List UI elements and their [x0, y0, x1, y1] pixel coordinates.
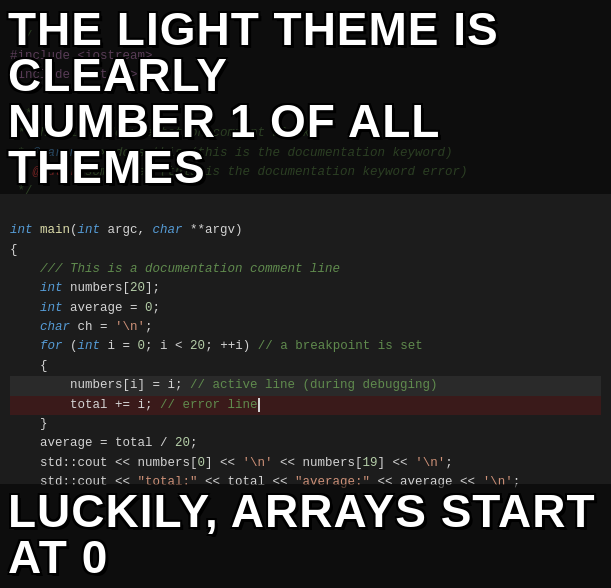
- meme-top-overlay: THE LIGHT THEME IS CLEARLY NUMBER 1 OF A…: [0, 0, 611, 194]
- code-line-active: numbers[i] = i; // active line (during d…: [10, 376, 601, 395]
- code-line-error: total += i; // error line: [10, 396, 601, 415]
- meme-top-text-line1: THE LIGHT THEME IS CLEARLY: [8, 6, 603, 98]
- meme-bottom-overlay: LUCKILY, ARRAYS START AT 0: [0, 484, 611, 588]
- code-line: {: [10, 241, 601, 260]
- code-line: {: [10, 357, 601, 376]
- code-line: average = total / 20;: [10, 434, 601, 453]
- code-line: char ch = '\n';: [10, 318, 601, 337]
- meme-container: */ #include <iostream> #include <cstdio>…: [0, 0, 611, 588]
- meme-top-text-line2: NUMBER 1 OF ALL THEMES: [8, 98, 603, 190]
- code-line: /// This is a documentation comment line: [10, 260, 601, 279]
- code-line: [10, 202, 601, 221]
- code-line: int main(int argc, char **argv): [10, 221, 601, 240]
- meme-bottom-text: LUCKILY, ARRAYS START AT 0: [8, 488, 603, 580]
- code-line: }: [10, 415, 601, 434]
- code-line: std::cout << numbers[0] << '\n' << numbe…: [10, 454, 601, 473]
- code-line: int average = 0;: [10, 299, 601, 318]
- code-line: for (int i = 0; i < 20; ++i) // a breakp…: [10, 337, 601, 356]
- code-line: int numbers[20];: [10, 279, 601, 298]
